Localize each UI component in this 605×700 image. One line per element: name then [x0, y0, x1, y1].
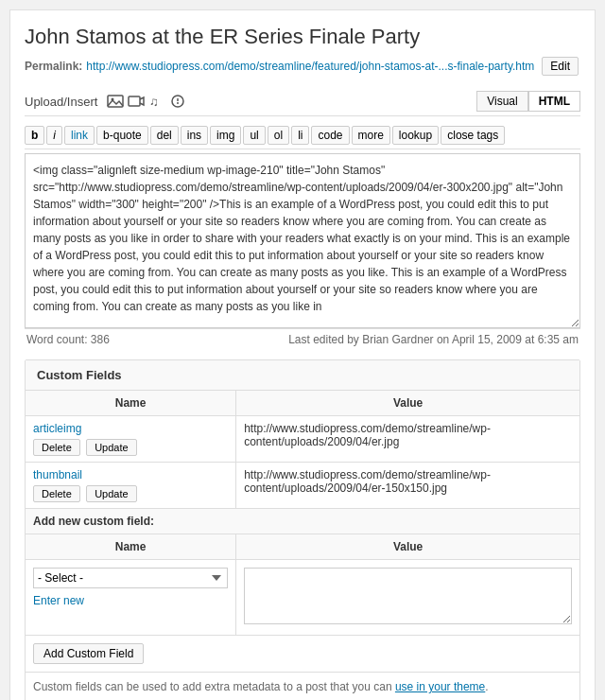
- cf-name-cell-1: thumbnail Delete Update: [26, 463, 236, 509]
- page-wrapper: John Stamos at the ER Series Finale Part…: [9, 9, 596, 700]
- cf-update-button-1[interactable]: Update: [86, 485, 136, 502]
- add-new-name-cell: - Select - articleimg thumbnail Enter ne…: [26, 560, 236, 636]
- word-count-label: Word count:: [26, 333, 87, 346]
- upload-video-icon[interactable]: [128, 94, 145, 109]
- visual-tab-button[interactable]: Visual: [476, 91, 527, 112]
- upload-files-icon[interactable]: [169, 94, 186, 109]
- post-title: John Stamos at the ER Series Finale Part…: [25, 25, 580, 49]
- code-button[interactable]: code: [311, 126, 349, 145]
- permalink-label: Permalink:: [25, 60, 82, 73]
- ins-button[interactable]: ins: [181, 126, 208, 145]
- img-button[interactable]: img: [210, 126, 241, 145]
- upload-icons-group: ♫: [107, 94, 186, 109]
- custom-fields-table: Name Value articleimg Delete Update http…: [26, 391, 579, 509]
- word-count-bar: Word count: 386 Last edited by Brian Gar…: [25, 328, 580, 350]
- word-count-value: 386: [91, 333, 110, 346]
- edit-permalink-button[interactable]: Edit: [542, 57, 579, 76]
- cf-delete-button-1[interactable]: Delete: [33, 485, 80, 502]
- svg-rect-0: [108, 96, 123, 107]
- svg-rect-2: [129, 96, 140, 106]
- add-new-name-header: Name: [26, 534, 236, 560]
- add-custom-field-row: Add Custom Field: [26, 635, 579, 672]
- upload-audio-icon[interactable]: ♫: [148, 94, 165, 109]
- cf-value-text-1: http://www.studiopress.com/demo/streamli…: [244, 468, 491, 495]
- add-new-table: Name Value - Select - articleimg thumbna…: [26, 534, 579, 635]
- editor-content: <img class="alignleft size-medium wp-ima…: [33, 164, 570, 313]
- svg-point-6: [177, 102, 179, 104]
- custom-fields-header: Custom Fields: [26, 360, 579, 391]
- cf-value-cell-1: http://www.studiopress.com/demo/streamli…: [236, 463, 579, 509]
- table-row: articleimg Delete Update http://www.stud…: [26, 416, 579, 463]
- add-custom-field-button[interactable]: Add Custom Field: [33, 643, 144, 664]
- footer-note-text: Custom fields can be used to add extra m…: [33, 680, 395, 693]
- add-new-row: - Select - articleimg thumbnail Enter ne…: [26, 560, 579, 636]
- enter-new-link[interactable]: Enter new: [33, 594, 228, 607]
- editor-area[interactable]: <img class="alignleft size-medium wp-ima…: [25, 153, 580, 328]
- li-button[interactable]: li: [291, 126, 309, 145]
- permalink-row: Permalink: http://www.studiopress.com/de…: [25, 57, 580, 76]
- ol-button[interactable]: ol: [268, 126, 289, 145]
- custom-field-select[interactable]: - Select - articleimg thumbnail: [33, 568, 228, 588]
- add-new-header: Add new custom field:: [26, 509, 579, 534]
- add-new-value-cell: [236, 560, 579, 636]
- cf-update-button-0[interactable]: Update: [86, 439, 136, 456]
- bquote-button[interactable]: b-quote: [96, 126, 148, 145]
- cf-value-column-header: Value: [236, 391, 579, 416]
- cf-value-text-0: http://www.studiopress.com/demo/streamli…: [244, 422, 491, 448]
- cf-name-value-1[interactable]: thumbnail: [33, 468, 228, 481]
- italic-button[interactable]: i: [46, 126, 62, 145]
- permalink-url[interactable]: http://www.studiopress.com/demo/streamli…: [86, 60, 534, 73]
- lookup-button[interactable]: lookup: [392, 126, 439, 145]
- html-tab-button[interactable]: HTML: [528, 91, 580, 112]
- del-button[interactable]: del: [150, 126, 179, 145]
- upload-bar: Upload/Insert ♫: [25, 87, 580, 116]
- svg-text:♫: ♫: [149, 95, 159, 109]
- close-tags-button[interactable]: close tags: [441, 126, 505, 145]
- cf-name-value-0[interactable]: articleimg: [33, 422, 228, 435]
- visual-html-tab-group: Visual HTML: [476, 91, 580, 112]
- upload-image-icon[interactable]: [107, 94, 124, 109]
- format-toolbar: b i link b-quote del ins img ul ol li co…: [25, 122, 580, 149]
- footer-note: Custom fields can be used to add extra m…: [26, 672, 579, 700]
- editor-wrapper: <img class="alignleft size-medium wp-ima…: [25, 153, 580, 328]
- last-edited-text: Last edited by Brian Gardner on April 15…: [288, 333, 579, 346]
- more-button[interactable]: more: [352, 126, 390, 145]
- add-new-value-header: Value: [236, 534, 579, 560]
- footer-note-end: .: [485, 680, 488, 693]
- cf-name-column-header: Name: [26, 391, 236, 416]
- table-row: thumbnail Delete Update http://www.studi…: [26, 463, 579, 509]
- cf-delete-button-0[interactable]: Delete: [33, 439, 80, 456]
- use-in-theme-link[interactable]: use in your theme: [395, 680, 485, 693]
- cf-value-cell-0: http://www.studiopress.com/demo/streamli…: [236, 416, 579, 463]
- ul-button[interactable]: ul: [243, 126, 265, 145]
- upload-insert-label: Upload/Insert: [25, 95, 97, 109]
- bold-button[interactable]: b: [25, 126, 44, 145]
- word-count-display: Word count: 386: [26, 333, 110, 346]
- new-custom-field-value-input[interactable]: [244, 568, 572, 624]
- cf-name-cell-0: articleimg Delete Update: [26, 416, 236, 463]
- link-button[interactable]: link: [64, 126, 95, 145]
- custom-fields-section: Custom Fields Name Value articleimg Dele…: [25, 359, 580, 700]
